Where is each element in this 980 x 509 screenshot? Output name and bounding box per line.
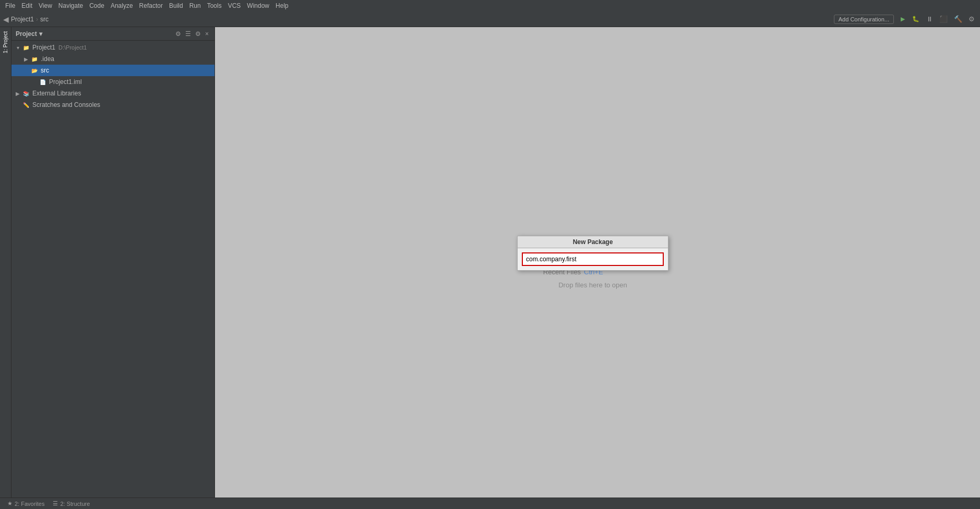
tree-path-project1: D:\Project1 <box>58 44 87 51</box>
dialog-title-bar: New Package <box>518 236 668 248</box>
star-icon: ★ <box>7 500 13 507</box>
new-package-input[interactable] <box>522 252 664 266</box>
file-iml-icon: 📄 <box>39 78 47 86</box>
structure-label: 2: Structure <box>60 501 90 507</box>
tree-label-src: src <box>41 67 49 74</box>
main-area: 1: Project Project ▾ ⚙ ☰ ⚙ × ▾ 📁 Project… <box>0 27 980 498</box>
folder-src-icon: 📂 <box>30 66 39 75</box>
panel-settings-button[interactable]: ⚙ <box>194 29 202 39</box>
debug-button[interactable]: 🐛 <box>910 14 922 24</box>
dialog-title: New Package <box>573 238 613 246</box>
breadcrumb-separator: › <box>36 16 38 23</box>
menu-vcs[interactable]: VCS <box>225 1 244 10</box>
menu-navigate[interactable]: Navigate <box>55 1 86 10</box>
tree-label-ext-libs: External Libraries <box>32 90 81 97</box>
tree-item-scratches[interactable]: ✏️ Scratches and Consoles <box>11 99 214 111</box>
toolbar-right: Add Configuration... ▶ 🐛 ⏸ ⬛ 🔨 ⚙ <box>834 14 977 25</box>
menu-analyze[interactable]: Analyze <box>107 1 136 10</box>
menu-help[interactable]: Help <box>272 1 292 10</box>
right-strip <box>971 27 980 498</box>
tree-item-idea[interactable]: ▶ 📁 .idea <box>11 53 214 65</box>
breadcrumb: Project1 › src <box>11 16 49 23</box>
pause-button[interactable]: ⏸ <box>924 14 935 25</box>
tree-label-idea: .idea <box>41 55 54 63</box>
project-tree: ▾ 📁 Project1 D:\Project1 ▶ 📁 .idea 📂 src… <box>11 41 214 498</box>
new-package-dialog: New Package <box>517 236 668 271</box>
menu-file[interactable]: File <box>2 1 18 10</box>
menu-run[interactable]: Run <box>186 1 204 10</box>
vertical-tabs: 1: Project <box>0 27 11 498</box>
menu-code[interactable]: Code <box>86 1 107 10</box>
tree-arrow-ext-libs: ▶ <box>14 91 22 96</box>
dialog-content <box>518 248 668 270</box>
panel-title: Project ▾ <box>16 30 42 38</box>
folder-project-icon: 📁 <box>22 43 30 52</box>
bottom-strip: ★ 2: Favorites ☰ 2: Structure <box>0 498 980 509</box>
breadcrumb-folder[interactable]: src <box>40 16 49 23</box>
favorites-label: 2: Favorites <box>15 501 44 507</box>
add-configuration-button[interactable]: Add Configuration... <box>834 15 894 24</box>
panel-sync-button[interactable]: ⚙ <box>174 29 183 39</box>
tree-label-project1: Project1 <box>32 44 55 51</box>
tree-item-ext-libs[interactable]: ▶ 📚 External Libraries <box>11 88 214 99</box>
back-navigation-icon[interactable]: ◀ <box>3 15 9 23</box>
bottom-favorites-tab[interactable]: ★ 2: Favorites <box>3 499 49 508</box>
menu-refactor[interactable]: Refactor <box>136 1 166 10</box>
settings-icon[interactable]: ⚙ <box>966 14 977 25</box>
menu-bar: File Edit View Navigate Code Analyze Ref… <box>0 0 980 11</box>
drop-files-text: Drop files here to open <box>558 281 627 289</box>
tree-label-iml: Project1.iml <box>49 78 82 86</box>
panel-collapse-all-button[interactable]: ☰ <box>184 29 193 39</box>
tree-item-src[interactable]: 📂 src <box>11 65 214 76</box>
project-panel: Project ▾ ⚙ ☰ ⚙ × ▾ 📁 Project1 D:\Projec… <box>11 27 215 498</box>
panel-close-button[interactable]: × <box>204 29 210 39</box>
toolbar-left: ◀ Project1 › src <box>3 15 49 23</box>
menu-tools[interactable]: Tools <box>204 1 225 10</box>
toolbar: ◀ Project1 › src Add Configuration... ▶ … <box>0 11 980 27</box>
editor-area: Search Everywhere Double Shift Go to Fil… <box>215 27 971 498</box>
ext-libs-icon: 📚 <box>22 89 30 98</box>
stop-button[interactable]: ⬛ <box>937 14 950 25</box>
menu-build[interactable]: Build <box>166 1 186 10</box>
run-button[interactable]: ▶ <box>898 14 907 24</box>
structure-icon: ☰ <box>53 500 58 507</box>
menu-window[interactable]: Window <box>244 1 272 10</box>
panel-title-actions: ⚙ ☰ ⚙ × <box>174 29 210 39</box>
tree-item-project1[interactable]: ▾ 📁 Project1 D:\Project1 <box>11 42 214 53</box>
bottom-structure-tab[interactable]: ☰ 2: Structure <box>49 499 94 508</box>
panel-title-text: Project <box>16 30 37 38</box>
tab-project[interactable]: 1: Project <box>2 27 9 57</box>
menu-edit[interactable]: Edit <box>18 1 35 10</box>
new-package-dialog-overlay: New Package Drop files here to open <box>517 236 668 289</box>
breadcrumb-project[interactable]: Project1 <box>11 16 34 23</box>
panel-header: Project ▾ ⚙ ☰ ⚙ × <box>11 27 214 41</box>
tree-item-iml[interactable]: 📄 Project1.iml <box>11 76 214 88</box>
build-button[interactable]: 🔨 <box>952 14 964 25</box>
tree-label-scratches: Scratches and Consoles <box>32 101 100 108</box>
folder-idea-icon: 📁 <box>30 55 39 63</box>
panel-dropdown-icon[interactable]: ▾ <box>39 30 42 38</box>
scratches-icon: ✏️ <box>22 101 30 109</box>
tree-arrow-project1: ▾ <box>14 45 22 51</box>
tree-arrow-idea: ▶ <box>22 56 30 62</box>
menu-view[interactable]: View <box>35 1 55 10</box>
